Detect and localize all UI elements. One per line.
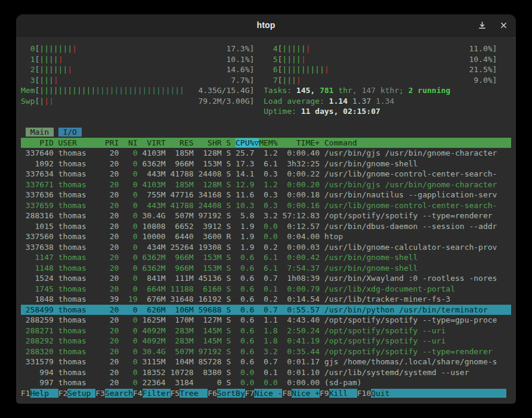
process-row[interactable]: 337560 thomas 20 0 10000 6440 3600 R 1.9… xyxy=(21,231,511,242)
tab-io[interactable]: I/O xyxy=(58,128,82,137)
process-row[interactable]: 1848 thomas 39 19 676M 31648 16192 S 0.6… xyxy=(21,294,511,305)
cell-user: thomas xyxy=(58,336,100,345)
column-header: MEM% TIME+ Command xyxy=(259,138,506,147)
fkey-label-search[interactable]: Search xyxy=(105,389,133,398)
cell-ni: 0 xyxy=(123,148,137,157)
terminal-text xyxy=(100,368,105,377)
download-icon[interactable] xyxy=(475,18,489,32)
tab-main[interactable]: Main xyxy=(26,128,54,137)
fkey-f9[interactable]: F9 xyxy=(320,389,329,398)
screen-tabs: Main I/O xyxy=(21,127,511,138)
fkey-label-filter[interactable]: Filter xyxy=(143,389,171,398)
cell-shr: 3600 xyxy=(198,232,221,241)
process-row[interactable]: 1745 thomas 20 0 664M 11188 6160 S 0.6 0… xyxy=(21,284,511,295)
fkey-label-nice[interactable]: Nice - xyxy=(254,389,282,398)
process-row[interactable]: 337638 thomas 20 0 434M 25264 19308 S 1.… xyxy=(21,242,511,253)
fkey-label-sortby[interactable]: SortBy xyxy=(217,389,245,398)
table-header-row[interactable]: PID USER PRI NI VIRT RES SHR S CPU%▽MEM%… xyxy=(21,138,511,148)
cell-virt: 443M xyxy=(143,201,166,210)
cell-time: 0:12.57 xyxy=(282,222,320,231)
terminal-text xyxy=(166,326,171,335)
process-row[interactable]: 337659 thomas 20 0 443M 41788 24408 S 10… xyxy=(21,200,511,211)
close-icon[interactable] xyxy=(497,19,510,32)
tasks-summary: 2 xyxy=(409,86,413,95)
process-row[interactable]: 337640 thomas 20 0 4103M 185M 128M S 25.… xyxy=(21,148,511,159)
cell-command: /opt/spotify/spotify --uri xyxy=(324,326,506,335)
process-row[interactable]: 1148 thomas 20 0 6362M 966M 153M S 0.6 6… xyxy=(21,263,511,274)
fkey-label-tree[interactable]: Tree xyxy=(180,389,208,398)
process-row[interactable]: 1147 thomas 20 0 6362M 966M 153M S 0.6 6… xyxy=(21,252,511,263)
process-row[interactable]: 288320 thomas 20 0 30.4G 507M 97192 S 0.… xyxy=(21,346,511,357)
uptime: Uptime: xyxy=(264,107,301,116)
load-average: 1.37 xyxy=(352,97,376,106)
fkey-label-nice[interactable]: Nice + xyxy=(292,389,320,398)
cpu-meter-bar: ||| xyxy=(39,76,53,85)
process-row[interactable]: 288271 thomas 20 0 4092M 283M 145M S 0.6… xyxy=(21,326,511,336)
process-row[interactable]: 1015 thomas 20 0 10808 6652 3912 S 1.9 0… xyxy=(21,221,511,232)
cell-pri: 20 xyxy=(105,169,119,178)
fkey-f5[interactable]: F5 xyxy=(171,389,180,398)
fkey-label-setup[interactable]: Setup xyxy=(67,389,95,398)
cell-virt: 664M xyxy=(143,284,166,293)
cell-command: htop xyxy=(324,232,506,241)
process-row-selected[interactable]: 258499 thomas 20 0 626M 106M 59688 S 0.6… xyxy=(21,305,511,315)
fkey-f3[interactable]: F3 xyxy=(95,389,105,398)
column-gap xyxy=(254,97,264,106)
terminal-text xyxy=(138,211,143,220)
cpu-meter-bar: ||||| xyxy=(282,44,305,53)
function-key-bar[interactable]: F1Help F2Setup F3SearchF4FilterF5Tree F6… xyxy=(21,388,511,399)
terminal-text xyxy=(138,274,143,283)
fkey-label-kill[interactable]: Kill xyxy=(329,389,357,398)
fkey-label-quit[interactable]: Quit xyxy=(371,389,399,398)
terminal-text xyxy=(320,232,324,241)
terminal-text xyxy=(166,315,171,324)
process-row[interactable]: 331579 thomas 20 0 3115M 104M 85728 S 0.… xyxy=(21,357,511,367)
process-row[interactable]: 997 thomas 20 0 22364 3184 0 S 0.0 0.0 0… xyxy=(21,377,511,388)
cell-user: thomas xyxy=(58,253,100,262)
cell-ni: 0 xyxy=(123,264,137,273)
fkey-f2[interactable]: F2 xyxy=(58,389,68,398)
process-row[interactable]: 337636 thomas 20 0 755M 47716 34168 S 11… xyxy=(21,190,511,200)
process-row[interactable]: 288292 thomas 20 0 4092M 283M 145M S 0.6… xyxy=(21,336,511,346)
cell-virt: 6362M xyxy=(143,159,166,168)
cell-pid: 1147 xyxy=(21,253,54,262)
process-row[interactable]: 288259 thomas 20 0 1625M 170M 127M S 0.6… xyxy=(21,315,511,326)
fkey-label-help[interactable]: Help xyxy=(30,389,58,398)
cell-pid: 331579 xyxy=(21,357,54,366)
process-row[interactable]: 1524 thomas 20 0 841M 111M 45136 S 0.6 0… xyxy=(21,273,511,284)
cell-pri: 20 xyxy=(105,232,119,241)
process-row[interactable]: 337671 thomas 20 0 4103M 185M 128M S 12.… xyxy=(21,179,511,190)
terminal-text xyxy=(166,169,171,178)
cell-mem: 6.1 xyxy=(259,159,277,168)
cell-pri: 20 xyxy=(105,305,119,314)
cell-res: 6440 xyxy=(171,232,194,241)
terminal-text xyxy=(100,295,105,304)
cell-pid: 1848 xyxy=(21,295,54,304)
cell-time: 3h32:25 xyxy=(282,159,320,168)
cell-user: thomas xyxy=(58,305,100,314)
process-row[interactable]: 288316 thomas 20 0 30.4G 507M 97192 S 5.… xyxy=(21,210,511,221)
window-titlebar[interactable]: htop xyxy=(16,14,516,36)
cell-pri: 20 xyxy=(105,211,119,220)
fkey-f1[interactable]: F1 xyxy=(21,389,30,398)
cpu-meter-bar: |||||| xyxy=(39,65,67,74)
fkey-f6[interactable]: F6 xyxy=(208,389,217,398)
fkey-f10[interactable]: F10 xyxy=(357,389,371,398)
terminal-text xyxy=(54,274,58,283)
meter-space xyxy=(305,55,469,64)
terminal-text xyxy=(100,253,105,262)
swap-load-row: Swp[||| 79.2M/3.00G] Load average: 1.14 … xyxy=(21,96,511,107)
htop-terminal[interactable]: 0[|||||||| 17.3%] 4[|||||| 11.0%] 1[||||… xyxy=(16,36,516,404)
process-row[interactable]: 994 thomas 20 0 18352 10728 8380 S 0.0 0… xyxy=(21,367,511,378)
cell-shr: 145M xyxy=(198,336,221,345)
fkey-f7[interactable]: F7 xyxy=(245,389,255,398)
terminal-text xyxy=(100,326,105,335)
fkey-f4[interactable]: F4 xyxy=(133,389,143,398)
cpu-meter-value: 14.6% xyxy=(226,65,249,74)
process-row[interactable]: 1092 thomas 20 0 6362M 966M 153M S 17.3 … xyxy=(21,159,511,169)
sort-column-header[interactable]: CPU%▽ xyxy=(236,138,259,147)
cell-virt: 18352 xyxy=(143,368,166,377)
process-row[interactable]: 337634 thomas 20 0 443M 41788 24408 S 14… xyxy=(21,169,511,179)
fkey-f8[interactable]: F8 xyxy=(282,389,292,398)
terminal-text xyxy=(166,159,171,168)
